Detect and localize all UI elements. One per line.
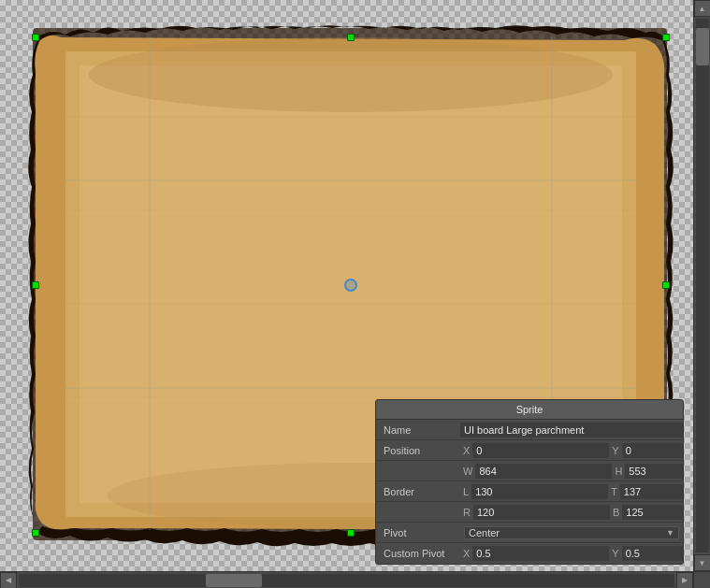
border-t-group: T [608,484,684,499]
border-lt-values: L T [460,484,684,499]
w-group: W [460,464,612,479]
pivot-icon[interactable] [344,279,357,292]
scroll-up-button[interactable]: ▲ [694,0,711,17]
border-b-label: B [610,505,622,520]
scrollbar-right[interactable]: ▲ ▼ [693,0,710,571]
border-label-spacer [376,509,460,515]
position-row: Position X Y [376,440,683,461]
scroll-right-track[interactable] [696,19,709,552]
pos-x-label: X [460,443,472,458]
border-r-input[interactable] [473,505,610,520]
cpivot-y-group: Y [609,546,684,561]
border-label: Border [376,483,460,500]
border-rb-values: R B [460,505,684,520]
border-row-rb: R B [376,502,683,523]
name-row: Name UI board Large parchment [376,420,683,440]
panel-title: Sprite [376,400,683,420]
scroll-bottom-track[interactable] [19,574,674,587]
handle-mid-left[interactable] [32,281,39,289]
scroll-down-button[interactable]: ▼ [694,554,711,571]
w-input[interactable] [475,464,612,479]
cpivot-x-group: X [460,546,609,561]
pivot-select-wrapper[interactable]: Center ▼ [464,526,679,539]
pos-y-input[interactable] [622,443,684,458]
pivot-select-value: Center [469,527,500,538]
border-t-input[interactable] [620,484,684,499]
handle-top-center[interactable] [347,34,355,41]
name-value: UI board Large parchment [460,423,683,437]
name-label: Name [376,422,460,438]
wh-values: W H [460,464,684,479]
pos-y-group: Y [609,443,684,458]
handle-bot-center[interactable] [347,529,355,537]
cpivot-y-input[interactable] [622,546,684,561]
custom-pivot-values: X Y [460,546,684,561]
border-t-label: T [608,484,620,499]
w-label: W [460,464,475,479]
panel-body: Name UI board Large parchment Position X… [376,420,683,564]
scroll-left-button[interactable]: ◀ [0,572,17,589]
cpivot-x-label: X [460,546,472,561]
scrollbar-bottom[interactable]: ◀ ▶ [0,571,693,588]
border-b-input[interactable] [622,505,684,520]
custom-pivot-row: Custom Pivot X Y [376,543,683,564]
sprite-panel: Sprite Name UI board Large parchment Pos… [375,399,684,565]
scroll-right-button[interactable]: ▶ [676,572,693,589]
svg-point-7 [89,37,613,112]
handle-top-right[interactable] [662,34,670,41]
pos-x-input[interactable] [472,443,609,458]
pos-y-label: Y [609,443,621,458]
h-group: H [612,464,684,479]
wh-row: W H [376,461,683,481]
corner-square [693,571,710,588]
position-values: X Y [460,443,684,458]
border-r-group: R [460,505,610,520]
border-r-label: R [460,505,473,520]
handle-mid-right[interactable] [662,281,670,289]
scroll-right-thumb[interactable] [696,28,709,65]
border-b-group: B [610,505,684,520]
custom-pivot-label: Custom Pivot [376,545,460,562]
pivot-row: Pivot Center ▼ [376,523,683,543]
cpivot-y-label: Y [609,546,621,561]
cpivot-x-input[interactable] [472,546,609,561]
pivot-label: Pivot [376,524,460,541]
handle-top-left[interactable] [32,34,39,41]
border-l-label: L [460,484,471,499]
pos-x-group: X [460,443,609,458]
border-row-lt: Border L T [376,481,683,502]
position-label: Position [376,442,460,459]
border-l-input[interactable] [471,484,608,499]
handle-bot-left[interactable] [32,529,39,537]
panel-title-text: Sprite [516,404,543,415]
chevron-down-icon: ▼ [666,528,674,538]
border-l-group: L [460,484,608,499]
wh-label-spacer [376,468,460,474]
h-input[interactable] [625,464,684,479]
scroll-bottom-thumb[interactable] [206,574,262,587]
h-label: H [612,464,625,479]
